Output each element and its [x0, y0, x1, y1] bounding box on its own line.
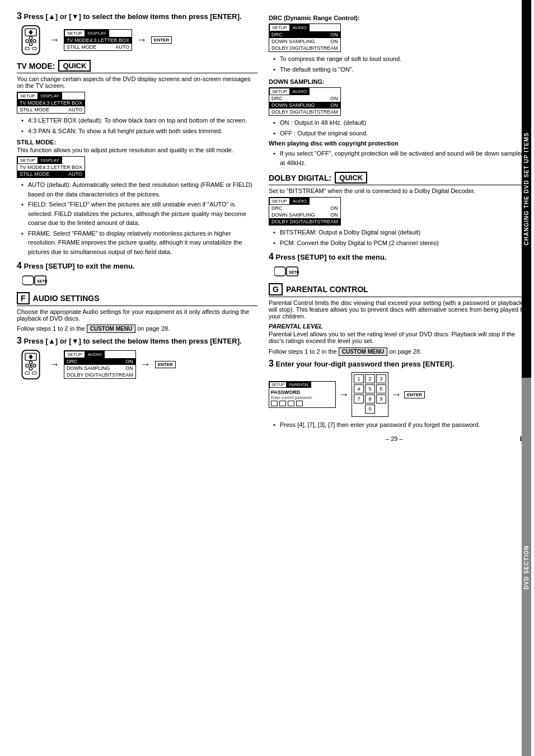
dolby-digital-heading: DOLBY DIGITAL: QUICK: [269, 172, 528, 185]
step4-right: 4 Press [SETUP] to exit the menu.: [269, 252, 528, 262]
down-sampling-heading: DOWN SAMPLING:: [269, 78, 528, 85]
drc-row-downsampling: DOWN SAMPLINGON: [269, 38, 340, 45]
screen-tv-mode: SETUP DISPLAY TV MODE4:3 LETTER BOX STIL…: [64, 29, 132, 51]
dolby-digital-label: DOLBY DIGITAL:: [269, 173, 331, 182]
screen-audio-step3: SETUP AUDIO DRCON DOWN SAMPLINGON DOLBY …: [64, 350, 136, 379]
password-screen: SETUP PARENTAL PASSWORD Enter current pa…: [269, 381, 336, 408]
parental-follow-text2: on page 28.: [389, 348, 421, 355]
tv-mode-bullet-1: 4:3 LETTER BOX (default): To show black …: [24, 116, 257, 125]
arrow-right-parental-2: →: [391, 389, 401, 401]
svg-text:SETUP: SETUP: [289, 270, 299, 274]
tv-screen-tab-display: DISPLAY: [38, 92, 62, 100]
audio-step3-drc-row: DRCON: [64, 358, 135, 365]
step-number-3-parental: 3: [269, 359, 274, 368]
parental-control-description: Parental Control limits the disc viewing…: [269, 299, 528, 320]
step3-top: 3 Press [▲] or [▼] to select the below i…: [17, 11, 257, 21]
svg-point-6: [29, 36, 32, 40]
audio-step3-downsampling-row: DOWN SAMPLINGON: [64, 365, 135, 372]
arrow-right-audio-2: →: [140, 359, 151, 370]
drc-screen: SETUP AUDIO DRCON DOWN SAMPLINGON DOLBY …: [269, 24, 528, 52]
step-number-4-mid: 4: [17, 261, 22, 270]
svg-marker-3: [29, 32, 32, 35]
svg-marker-16: [29, 354, 32, 357]
left-column: 3 Press [▲] or [▼] to select the below i…: [17, 11, 257, 745]
svg-point-7: [29, 43, 32, 46]
drc-heading: DRC (Dynamic Range Control):: [269, 15, 528, 21]
numpad-2: 2: [365, 374, 375, 383]
svg-rect-25: [274, 267, 285, 276]
remote-icon-top: [17, 25, 45, 55]
dd-row-drc: DRCON: [269, 205, 340, 212]
audio-follow-text2: on page 28.: [137, 325, 170, 332]
svg-text:SETUP: SETUP: [37, 279, 48, 283]
down-sampling-bullets: ON : Output in 48 kHz. (default) OFF : O…: [275, 118, 528, 138]
still-mode-bullets: AUTO (default): Automatically select the…: [24, 180, 257, 256]
svg-point-8: [30, 40, 32, 43]
pass-box-3: [288, 401, 294, 406]
dd-bullet-bitstream: BITSTREAM: Output a Dolby Digital signal…: [275, 228, 528, 237]
enter-button-1: ENTER: [151, 36, 172, 44]
tv-screen-tab-setup: SETUP: [17, 92, 38, 100]
parental-level-description: Parental Level allows you to set the rat…: [269, 331, 528, 344]
ds-screen-tab-audio: AUDIO: [290, 88, 310, 95]
drc-row-dolby: DOLBY DIGITALBITSTREAM: [269, 45, 340, 51]
audio-letter-box: F: [17, 292, 30, 304]
numpad-empty-2: [376, 405, 386, 414]
parental-follow-text: Follow steps 1 to 2 in the CUSTOM MENU o…: [269, 348, 528, 356]
step-number-4-right: 4: [269, 252, 274, 261]
parental-control-label: PARENTAL CONTROL: [286, 285, 368, 294]
parental-password-diagram: SETUP PARENTAL PASSWORD Enter current pa…: [269, 372, 528, 417]
pass-tab-setup: SETUP: [269, 382, 287, 388]
audio-step3-tab-audio: AUDIO: [85, 351, 105, 358]
svg-point-19: [33, 364, 36, 368]
drc-bullet-1: To compress the range of soft to loud so…: [275, 54, 528, 64]
audio-settings-heading: F AUDIO SETTINGS: [17, 292, 257, 306]
svg-rect-24: [32, 372, 36, 374]
remote-icon-audio: [17, 349, 45, 380]
numpad-6: 6: [376, 384, 386, 393]
step3-audio-text: Press [▲] or [▼] to select the below ite…: [24, 337, 242, 345]
page-number-dash: –: [386, 435, 391, 442]
parental-control-heading: G PARENTAL CONTROL: [269, 283, 528, 297]
svg-rect-11: [22, 276, 34, 285]
svg-point-4: [26, 40, 29, 43]
step4-mid: 4 Press [SETUP] to exit the menu.: [17, 261, 257, 271]
still-mode-bullet-frame: FRAME: Select "FRAME" to display relativ…: [24, 229, 257, 257]
enter-button-parental: ENTER: [404, 391, 425, 398]
drc-bullets: To compress the range of soft to loud so…: [275, 54, 528, 74]
tv-screen-stillmode-row: STILL MODEAUTO: [17, 106, 85, 113]
page-number-area: – 29 – EN: [269, 435, 528, 442]
dd-bullet-pcm: PCM: Convert the Dolby Digital to PCM (2…: [275, 238, 528, 248]
still-screen-stillmode-row: STILL MODEAUTO: [17, 171, 85, 177]
right-column: DRC (Dynamic Range Control): SETUP AUDIO…: [269, 11, 528, 745]
step4-right-text: Press [SETUP] to exit the menu.: [276, 253, 387, 261]
down-sampling-screen: SETUP AUDIO DRCON DOWN SAMPLINGON DOLBY …: [269, 87, 528, 116]
still-mode-screen: SETUP DISPLAY TV MODE4:3 LETTER BOX STIL…: [17, 156, 257, 178]
page-number: 29: [391, 435, 397, 442]
svg-rect-23: [25, 372, 29, 374]
tv-mode-bullets: 4:3 LETTER BOX (default): To show black …: [24, 116, 257, 135]
dd-screen-tab-setup: SETUP: [269, 198, 290, 205]
still-mode-description: This function allows you to adjust pictu…: [17, 147, 257, 153]
svg-rect-10: [32, 47, 36, 50]
screen-row-tvmode: TV MODE4:3 LETTER BOX: [64, 37, 132, 44]
step3-parental: 3 Enter your four-digit password then pr…: [269, 359, 528, 369]
dd-row-dolby: DOLBY DIGITALBITSTREAM: [269, 218, 340, 225]
pass-box-2: [279, 401, 286, 406]
tv-mode-heading: TV MODE: QUICK: [17, 60, 257, 73]
svg-point-21: [29, 367, 32, 370]
svg-marker-2: [29, 30, 32, 32]
numpad-5: 5: [365, 384, 375, 393]
still-screen-tab-setup: SETUP: [17, 157, 38, 164]
svg-point-20: [29, 361, 32, 364]
still-screen-tab-display: DISPLAY: [38, 157, 62, 164]
audio-follow-text: Follow steps 1 to 2 in the CUSTOM MENU o…: [17, 325, 257, 333]
step3-top-text: Press [▲] or [▼] to select the below ite…: [24, 12, 242, 21]
drc-screen-tab-setup: SETUP: [269, 24, 290, 31]
ds-row-downsampling: DOWN SAMPLINGON: [269, 102, 340, 109]
ds-bullet-off: OFF : Output the original sound.: [275, 129, 528, 138]
pass-box-4: [296, 401, 303, 406]
still-mode-bullet-auto: AUTO (default): Automatically select the…: [24, 180, 257, 199]
tv-mode-quick-badge: QUICK: [58, 60, 91, 72]
parental-password-bullets: Press [4], [7], [3], [7] then enter your…: [275, 420, 528, 430]
